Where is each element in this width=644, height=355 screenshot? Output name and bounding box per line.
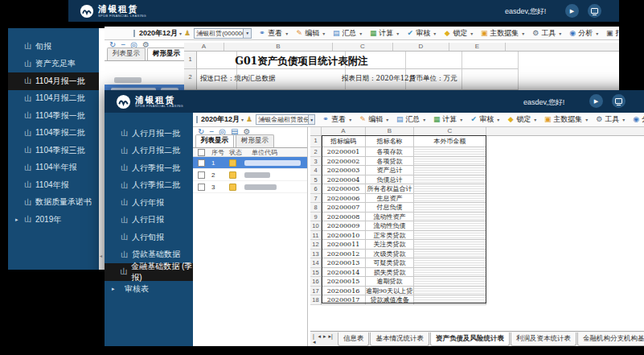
sidebar-item[interactable]: 1104半年报: [8, 159, 99, 177]
indicator-name-cell[interactable]: 可疑类贷款: [366, 258, 414, 268]
sidebar-item[interactable]: 1104月报二批: [8, 90, 99, 108]
amount-cell[interactable]: [414, 221, 486, 231]
amount-cell[interactable]: [414, 194, 486, 204]
amount-cell[interactable]: 本外币金额: [414, 136, 486, 147]
menu-item[interactable]: 审核: [403, 28, 439, 39]
cell[interactable]: [462, 52, 519, 69]
column-header[interactable]: B: [224, 43, 333, 51]
panel-tab[interactable]: 列表显示: [195, 134, 234, 147]
indicator-code-cell[interactable]: 20200013: [322, 258, 366, 268]
period-dropdown[interactable]: 2020年12月: [201, 114, 244, 125]
sheet-tab[interactable]: 信息表: [338, 332, 370, 346]
sidebar-item[interactable]: 1104月报一批: [8, 72, 99, 90]
unit-list-row[interactable]: 2: [193, 169, 307, 181]
indicator-code-cell[interactable]: 20200007: [322, 203, 366, 213]
sidebar-item[interactable]: 人行年报: [105, 194, 193, 212]
collapse-panel-icon[interactable]: [196, 116, 198, 123]
indicator-name-cell[interactable]: 损失类贷款: [366, 268, 414, 278]
column-header[interactable]: A: [322, 127, 366, 135]
sidebar-item[interactable]: 1104季报二批: [8, 125, 99, 142]
indicator-name-cell[interactable]: 正常类贷款: [366, 231, 414, 241]
sidebar-item[interactable]: 人行季报二批: [105, 177, 193, 195]
sidebar-item[interactable]: 旬报: [8, 38, 99, 56]
sidebar-item[interactable]: 人行日报: [105, 212, 193, 229]
menu-item[interactable]: 查看: [318, 114, 355, 125]
indicator-code-cell[interactable]: 20200001: [322, 147, 366, 157]
indicator-code-cell[interactable]: 20200016: [322, 287, 366, 296]
chevron-down-icon[interactable]: ▼: [308, 115, 314, 124]
menu-item[interactable]: 汇总: [329, 28, 365, 39]
indicator-name-cell[interactable]: 所有者权益合计: [366, 184, 414, 194]
amount-cell[interactable]: [414, 268, 486, 278]
indicator-name-cell[interactable]: 逾期90天以上贷款: [366, 287, 414, 296]
amount-cell[interactable]: [414, 295, 486, 305]
bg-sidebar-splitter[interactable]: ◂: [99, 28, 105, 270]
column-header[interactable]: C: [333, 43, 393, 51]
period-dropdown[interactable]: 2020年12月: [139, 28, 182, 39]
panel-tab[interactable]: 树形显示: [236, 134, 274, 147]
bg-selected-unit-row[interactable]: [105, 85, 187, 90]
column-header[interactable]: A: [184, 43, 224, 51]
unit-list-row[interactable]: 1: [193, 157, 307, 169]
menu-item[interactable]: 分析: [565, 28, 601, 39]
menu-item[interactable]: 主数据集: [477, 28, 527, 39]
play-icon[interactable]: ▶: [565, 4, 579, 18]
amount-cell[interactable]: [414, 240, 486, 250]
menu-item[interactable]: 计算: [366, 28, 402, 39]
sheet-tab[interactable]: 基本情况统计表: [370, 332, 429, 346]
expand-arrow-icon[interactable]: ▸: [112, 286, 117, 292]
menu-item[interactable]: 工具: [528, 28, 564, 39]
indicator-code-cell[interactable]: 20200003: [322, 166, 366, 175]
indicator-code-cell[interactable]: 20200015: [322, 277, 366, 287]
sidebar-item[interactable]: 人行月报一批: [105, 125, 193, 142]
indicator-name-cell[interactable]: 指标名称: [366, 136, 414, 147]
indicator-name-cell[interactable]: 各项存款: [366, 147, 414, 157]
collapse-panel-icon[interactable]: [133, 30, 135, 37]
indicator-name-cell[interactable]: 生息资产: [366, 194, 414, 204]
menu-item[interactable]: 编辑: [355, 114, 392, 125]
row-checkbox[interactable]: [198, 171, 205, 179]
indicator-code-cell[interactable]: 20200010: [322, 231, 366, 241]
org-select[interactable]: 浦银金融租赁股份有限公 ▼: [256, 114, 315, 125]
amount-cell[interactable]: [414, 184, 486, 194]
indicator-code-cell[interactable]: 20200004: [322, 175, 366, 185]
indicator-name-cell[interactable]: 流动性负债: [366, 221, 414, 231]
column-header[interactable]: C: [414, 127, 486, 135]
indicator-name-cell[interactable]: 贷款减值准备: [366, 295, 414, 305]
sidebar-item[interactable]: 人行季报一批: [105, 159, 193, 177]
menu-item[interactable]: 计算: [429, 114, 466, 125]
sidebar-item[interactable]: 资产充足率: [8, 56, 99, 73]
cell[interactable]: [462, 69, 519, 90]
amount-cell[interactable]: [414, 277, 486, 287]
amount-cell[interactable]: [414, 213, 486, 222]
menu-item[interactable]: 分析: [629, 114, 644, 125]
sheet-tab[interactable]: 利润及资本统计表: [511, 332, 576, 346]
indicator-code-cell[interactable]: 20200002: [322, 157, 366, 167]
sidebar-item[interactable]: 人行月报二批: [105, 142, 193, 160]
sidebar-item[interactable]: 1104季报三批: [8, 142, 99, 159]
menu-item[interactable]: 汇总: [392, 114, 429, 125]
indicator-code-cell[interactable]: 20200014: [322, 268, 366, 278]
indicator-name-cell[interactable]: 负债总计: [366, 175, 414, 185]
amount-cell[interactable]: [414, 287, 486, 296]
indicator-code-cell[interactable]: 20200009: [322, 221, 366, 231]
select-all-checkbox[interactable]: [198, 149, 205, 156]
menu-item[interactable]: 工具: [592, 114, 628, 125]
indicator-name-cell[interactable]: 流动性资产: [366, 213, 414, 222]
sidebar-item[interactable]: 人行旬报: [105, 229, 193, 246]
menu-item[interactable]: 查看: [255, 28, 291, 39]
column-header[interactable]: E: [449, 43, 506, 51]
monitor-icon[interactable]: [588, 4, 601, 18]
row-checkbox[interactable]: [198, 184, 205, 191]
sheet-nav-icon[interactable]: ▸|: [329, 333, 333, 345]
menu-item[interactable]: 审核: [466, 114, 502, 125]
menu-item[interactable]: 编辑: [292, 28, 328, 39]
sheet-tab[interactable]: 金融机构分支机构基础信息表: [577, 332, 644, 346]
panel-tab[interactable]: 列表显示: [107, 47, 146, 60]
indicator-name-cell[interactable]: 资产总计: [366, 166, 414, 175]
row-checkbox[interactable]: [198, 159, 205, 167]
menu-item[interactable]: 锁定: [440, 28, 476, 39]
indicator-code-cell[interactable]: 指标编码: [322, 136, 366, 147]
amount-cell[interactable]: [414, 250, 486, 259]
sidebar-item[interactable]: 数据质量承诺书: [8, 194, 99, 212]
